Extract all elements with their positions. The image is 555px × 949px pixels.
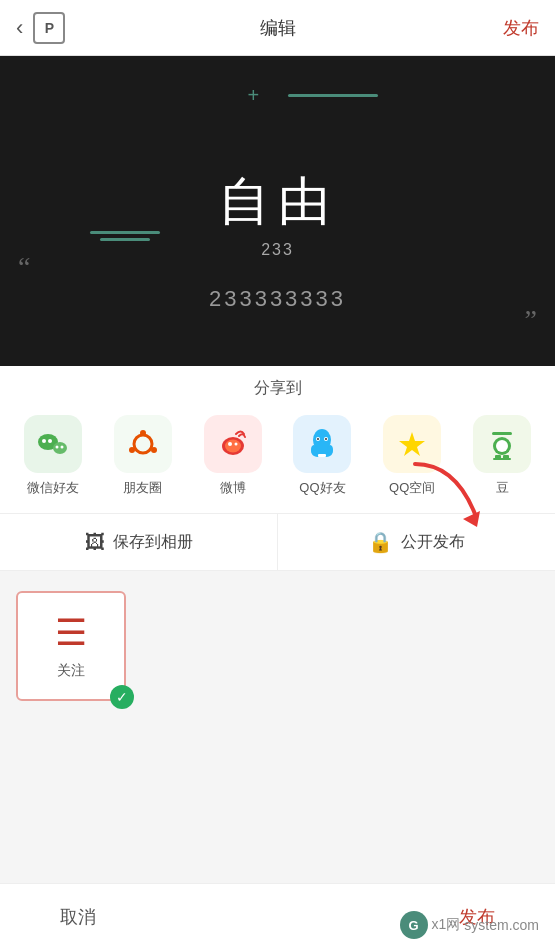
template-grid: ☰ 关注 ✓ (16, 591, 539, 701)
svg-point-21 (327, 445, 333, 455)
page-title: 编辑 (260, 16, 296, 40)
share-item-douban[interactable]: 豆 (457, 415, 547, 497)
svg-point-25 (496, 440, 508, 452)
qq-icon (293, 415, 351, 473)
svg-point-13 (234, 443, 237, 446)
card-body-text: 233333333 (209, 286, 346, 312)
header-publish-button[interactable]: 发布 (503, 16, 539, 40)
template-check-0: ✓ (110, 685, 134, 709)
share-item-qq[interactable]: QQ好友 (277, 415, 367, 497)
weibo-label: 微博 (220, 479, 246, 497)
save-to-album-button[interactable]: 🖼 保存到相册 (0, 514, 278, 570)
watermark-site: system.com (464, 917, 539, 933)
svg-marker-22 (399, 432, 425, 456)
qqspace-icon (383, 415, 441, 473)
header-left: ‹ P (16, 12, 65, 44)
wechat-label: 微信好友 (27, 479, 79, 497)
svg-point-8 (151, 447, 157, 453)
icon-p[interactable]: P (33, 12, 65, 44)
template-card-0[interactable]: ☰ 关注 ✓ (16, 591, 126, 701)
svg-point-3 (53, 442, 67, 454)
share-item-weibo[interactable]: 微博 (188, 415, 278, 497)
card-subtitle: 233 (261, 241, 294, 259)
save-icon: 🖼 (85, 531, 105, 554)
share-title: 分享到 (0, 378, 555, 399)
svg-point-2 (48, 439, 52, 443)
wechat-icon (24, 415, 82, 473)
watermark: G x1网 system.com (400, 911, 539, 939)
svg-point-17 (317, 438, 319, 440)
svg-point-12 (228, 442, 232, 446)
watermark-g: G (400, 911, 428, 939)
save-label: 保存到相册 (113, 532, 193, 553)
qq-label: QQ好友 (299, 479, 345, 497)
svg-point-11 (225, 440, 241, 453)
pengyou-icon (114, 415, 172, 473)
share-item-qqspace[interactable]: QQ空间 (367, 415, 457, 497)
douban-icon (473, 415, 531, 473)
share-item-pengyou[interactable]: 朋友圈 (98, 415, 188, 497)
card-preview: + 自由 233 “ 233333333 ” (0, 56, 555, 366)
template-section: ☰ 关注 ✓ (0, 571, 555, 717)
quote-right-icon: ” (525, 304, 537, 336)
svg-point-1 (42, 439, 46, 443)
svg-rect-28 (493, 458, 511, 460)
cancel-button[interactable]: 取消 (60, 905, 96, 929)
action-row: 🖼 保存到相册 🔒 公开发布 (0, 513, 555, 571)
share-item-wechat[interactable]: 微信好友 (8, 415, 98, 497)
share-section: 分享到 微信好友 (0, 366, 555, 571)
back-button[interactable]: ‹ (16, 15, 23, 41)
watermark-x: x1网 (432, 916, 461, 934)
svg-point-6 (134, 435, 152, 453)
svg-point-18 (325, 438, 327, 440)
template-card-icon-0: ☰ (55, 612, 87, 654)
publish-label: 公开发布 (401, 532, 465, 553)
svg-point-4 (55, 446, 58, 449)
svg-point-7 (140, 430, 146, 436)
pengyou-label: 朋友圈 (123, 479, 162, 497)
svg-rect-19 (318, 454, 326, 457)
template-card-label-0: 关注 (57, 662, 85, 680)
public-publish-button[interactable]: 🔒 公开发布 (278, 514, 555, 570)
share-icons-row: 微信好友 朋友圈 (0, 415, 555, 513)
card-line-bottom-left2 (100, 238, 150, 241)
quote-left-icon: “ (18, 251, 30, 283)
svg-point-9 (129, 447, 135, 453)
card-plus-icon: + (248, 84, 260, 107)
card-line-bottom-left (90, 231, 160, 234)
bottom-bar: 取消 发布 G x1网 system.com (0, 883, 555, 949)
card-line-top-right (288, 94, 378, 97)
weibo-icon (204, 415, 262, 473)
svg-rect-23 (492, 432, 512, 435)
qqspace-label: QQ空间 (389, 479, 435, 497)
lock-icon: 🔒 (368, 530, 393, 554)
douban-label: 豆 (496, 479, 509, 497)
card-main-title: 自由 (218, 167, 338, 237)
svg-point-20 (311, 445, 317, 455)
svg-point-5 (60, 446, 63, 449)
header: ‹ P 编辑 发布 (0, 0, 555, 56)
